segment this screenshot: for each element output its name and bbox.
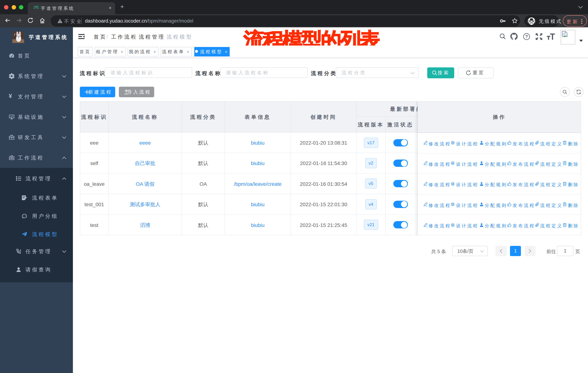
svg-text:?: ? bbox=[525, 34, 528, 39]
